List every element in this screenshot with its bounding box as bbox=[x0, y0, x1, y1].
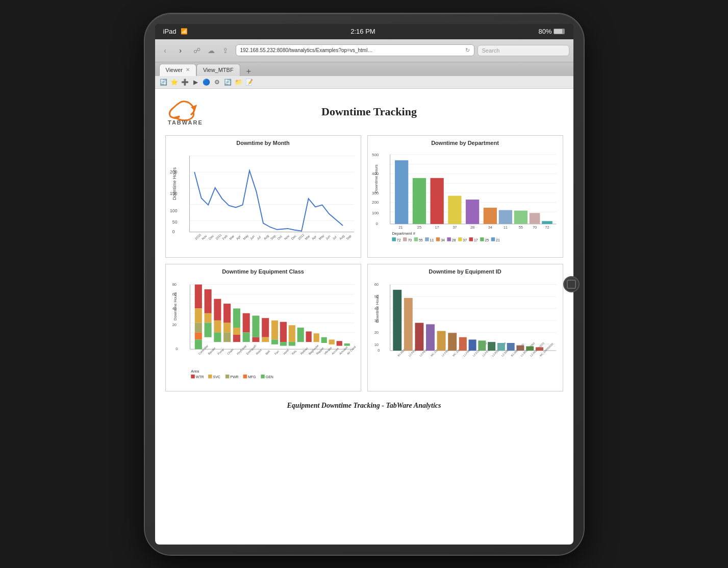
svg-rect-216 bbox=[516, 345, 524, 350]
tab-viewer[interactable]: Viewer ✕ bbox=[159, 64, 196, 76]
svg-rect-163 bbox=[344, 343, 349, 345]
svg-text:0: 0 bbox=[172, 229, 174, 234]
svg-text:100: 100 bbox=[372, 211, 379, 215]
svg-rect-143 bbox=[271, 339, 278, 344]
svg-rect-168 bbox=[208, 374, 212, 378]
svg-text:34: 34 bbox=[441, 238, 445, 241]
svg-rect-61 bbox=[448, 195, 461, 224]
page-footer: Equipment Downtime Tracking - TabWare An… bbox=[165, 398, 563, 414]
svg-rect-140 bbox=[262, 337, 269, 341]
svg-text:Mar: Mar bbox=[304, 234, 311, 240]
svg-text:17: 17 bbox=[473, 238, 478, 241]
svg-rect-112 bbox=[194, 308, 202, 323]
tabware-content: TABWARE Downtime Tracking Downtime by Mo… bbox=[155, 89, 573, 545]
svg-text:200: 200 bbox=[372, 200, 379, 205]
svg-rect-111 bbox=[194, 284, 202, 308]
svg-text:Area: Area bbox=[191, 369, 199, 374]
svg-text:0: 0 bbox=[175, 347, 178, 351]
toolbar-btn-2[interactable]: ⭐ bbox=[170, 78, 179, 87]
tab-mtbf[interactable]: View_MTBF bbox=[196, 64, 240, 76]
tab-viewer-label: Viewer bbox=[166, 67, 183, 73]
svg-rect-155 bbox=[313, 333, 319, 342]
svg-rect-198 bbox=[426, 324, 435, 351]
svg-text:17: 17 bbox=[435, 225, 439, 230]
toolbar-btn-4[interactable]: ▶ bbox=[191, 78, 200, 87]
tab-close-viewer[interactable]: ✕ bbox=[186, 67, 190, 72]
svg-text:28: 28 bbox=[470, 225, 474, 230]
svg-text:10: 10 bbox=[374, 342, 378, 347]
svg-text:GEN: GEN bbox=[265, 375, 273, 379]
toolbar-btn-1[interactable]: 🔄 bbox=[159, 78, 168, 87]
svg-text:Bander: Bander bbox=[207, 347, 216, 355]
svg-rect-202 bbox=[448, 333, 457, 351]
share-button[interactable]: ⇪ bbox=[219, 44, 232, 57]
svg-text:500: 500 bbox=[372, 152, 379, 157]
svg-rect-115 bbox=[194, 339, 202, 349]
browser-toolbar: ‹ › ☍ ☁ ⇪ 192.168.55.232:8080/twanalytic… bbox=[155, 39, 573, 62]
search-bar[interactable]: Search bbox=[478, 45, 569, 56]
svg-text:21: 21 bbox=[398, 225, 403, 230]
chart-month-title: Downtime by Month bbox=[170, 140, 357, 146]
svg-rect-73 bbox=[542, 221, 553, 224]
toolbar-btn-5[interactable]: 🔵 bbox=[202, 78, 211, 87]
svg-rect-136 bbox=[252, 315, 259, 337]
svg-text:Apr: Apr bbox=[235, 234, 241, 240]
svg-text:Refiner: Refiner bbox=[299, 347, 308, 355]
svg-text:70: 70 bbox=[408, 238, 412, 241]
svg-rect-57 bbox=[412, 178, 425, 224]
svg-rect-71 bbox=[529, 213, 540, 224]
toolbar-btn-6[interactable]: ⚙ bbox=[213, 78, 222, 87]
new-tab-button[interactable]: + bbox=[242, 67, 255, 76]
svg-rect-69 bbox=[514, 210, 527, 224]
svg-text:2011: 2011 bbox=[214, 233, 222, 240]
svg-text:25: 25 bbox=[485, 238, 489, 241]
svg-text:80: 80 bbox=[172, 282, 176, 287]
svg-rect-82 bbox=[425, 237, 429, 241]
svg-rect-119 bbox=[204, 323, 211, 337]
equip-id-svg: 60 50 40 30 20 10 0 Downtime Hours bbox=[372, 278, 559, 385]
home-button[interactable] bbox=[563, 276, 580, 292]
url-text: 192.168.55.232:8080/twanalytics/Examples… bbox=[240, 47, 373, 53]
tw-header: TABWARE Downtime Tracking bbox=[165, 97, 563, 127]
refresh-icon[interactable]: ↻ bbox=[465, 47, 470, 54]
svg-text:HvyEquip: HvyEquip bbox=[236, 344, 246, 355]
svg-text:May: May bbox=[242, 233, 249, 240]
bookmarks-button[interactable]: ☍ bbox=[191, 44, 203, 57]
svg-rect-118 bbox=[204, 313, 211, 323]
svg-text:SVC: SVC bbox=[213, 375, 220, 379]
browser-tabs: Viewer ✕ View_MTBF + bbox=[155, 62, 573, 76]
svg-rect-172 bbox=[243, 374, 247, 378]
toolbar-btn-8[interactable]: 📁 bbox=[234, 78, 243, 87]
svg-text:Jun: Jun bbox=[249, 234, 255, 240]
svg-rect-218 bbox=[526, 346, 534, 350]
svg-rect-220 bbox=[535, 347, 543, 351]
svg-text:2012: 2012 bbox=[297, 233, 305, 240]
svg-rect-59 bbox=[430, 178, 443, 224]
svg-text:70: 70 bbox=[532, 225, 536, 230]
svg-text:20: 20 bbox=[172, 323, 176, 327]
toolbar-btn-7[interactable]: 🔄 bbox=[223, 78, 233, 87]
svg-rect-161 bbox=[336, 341, 342, 345]
svg-rect-210 bbox=[488, 342, 495, 351]
svg-rect-139 bbox=[262, 318, 269, 337]
svg-text:72: 72 bbox=[396, 238, 400, 241]
svg-rect-88 bbox=[458, 237, 462, 241]
browser-chrome: ‹ › ☍ ☁ ⇪ 192.168.55.232:8080/twanalytic… bbox=[155, 39, 573, 76]
svg-text:Jul: Jul bbox=[256, 235, 261, 240]
svg-text:Feb: Feb bbox=[221, 234, 228, 240]
toolbar-btn-9[interactable]: 📝 bbox=[245, 78, 254, 87]
svg-rect-114 bbox=[194, 332, 202, 339]
forward-button[interactable]: › bbox=[174, 44, 187, 57]
back-button[interactable]: ‹ bbox=[159, 44, 171, 57]
svg-rect-129 bbox=[233, 308, 240, 328]
chart-downtime-equip-class: Downtime by Equipment Class bbox=[165, 264, 361, 391]
svg-text:34: 34 bbox=[488, 225, 492, 230]
cloud-button[interactable]: ☁ bbox=[205, 44, 217, 57]
svg-text:WTR: WTR bbox=[195, 375, 204, 379]
svg-text:Fan: Fan bbox=[273, 350, 279, 355]
address-bar[interactable]: 192.168.55.232:8080/twanalytics/Examples… bbox=[236, 44, 474, 56]
svg-rect-206 bbox=[468, 339, 476, 351]
svg-text:MFG: MFG bbox=[247, 375, 256, 379]
mini-toolbar: 🔄 ⭐ ➕ ▶ 🔵 ⚙ 🔄 📁 📝 bbox=[155, 76, 573, 89]
toolbar-btn-3[interactable]: ➕ bbox=[181, 78, 190, 87]
